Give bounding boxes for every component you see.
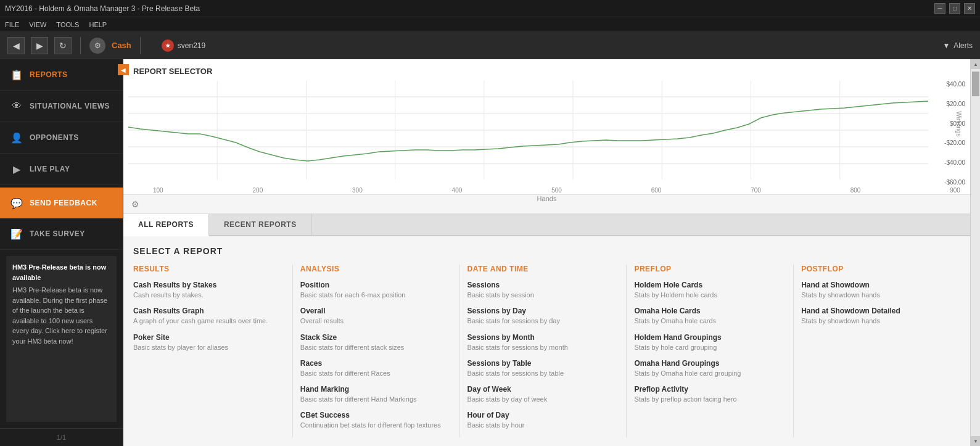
- report-col-analysis: ANALYSIS Position Basic stats for each 6…: [293, 265, 460, 437]
- hand-at-showdown-detailed-title[interactable]: Hand at Showdown Detailed: [801, 307, 953, 315]
- report-hand-at-showdown[interactable]: Hand at Showdown Stats by showdown hands: [801, 281, 953, 299]
- report-cash-results-stakes[interactable]: Cash Results by Stakes Cash results by s…: [133, 281, 285, 299]
- report-col-results: RESULTS Cash Results by Stakes Cash resu…: [133, 265, 293, 437]
- cash-results-stakes-desc: Cash results by stakes.: [133, 291, 285, 299]
- report-position[interactable]: Position Basic stats for each 6-max posi…: [300, 281, 452, 299]
- report-poker-site[interactable]: Poker Site Basic stats by player for ali…: [133, 333, 285, 352]
- menu-view[interactable]: VIEW: [29, 21, 46, 28]
- races-title[interactable]: Races: [300, 359, 452, 368]
- report-stack-size[interactable]: Stack Size Basic stats for different sta…: [300, 333, 452, 352]
- y-axis-title: Winnings: [955, 111, 962, 136]
- holdem-hole-cards-title[interactable]: Holdem Hole Cards: [634, 281, 786, 289]
- sidebar-item-reports[interactable]: 📋 REPORTS: [0, 59, 123, 91]
- refresh-button[interactable]: ↻: [54, 37, 72, 54]
- races-desc: Basic stats for different Races: [300, 369, 452, 378]
- cbet-success-title[interactable]: CBet Success: [300, 411, 452, 419]
- sessions-by-day-title[interactable]: Sessions by Day: [467, 307, 619, 315]
- report-sessions[interactable]: Sessions Basic stats by session: [467, 281, 619, 299]
- scroll-track[interactable]: [971, 69, 980, 436]
- report-columns: RESULTS Cash Results by Stakes Cash resu…: [133, 265, 960, 437]
- omaha-hole-cards-title[interactable]: Omaha Hole Cards: [634, 307, 786, 315]
- tab-recent-reports[interactable]: RECENT REPORTS: [209, 214, 312, 235]
- position-title[interactable]: Position: [300, 281, 452, 289]
- back-button[interactable]: ◀: [7, 37, 25, 54]
- x-label-600: 600: [651, 187, 662, 194]
- sidebar-situational-label: SITUATIONAL VIEWS: [30, 102, 110, 110]
- take-survey-button[interactable]: 📝 TAKE SURVEY: [0, 218, 123, 250]
- site-icon: ⚙: [89, 38, 105, 54]
- menu-help[interactable]: HELP: [89, 21, 107, 28]
- report-tabs: ALL REPORTS RECENT REPORTS: [123, 214, 970, 236]
- toolbar-divider: [80, 37, 81, 54]
- scroll-down-button[interactable]: ▼: [971, 436, 980, 446]
- close-button[interactable]: ✕: [964, 3, 975, 14]
- forward-button[interactable]: ▶: [31, 37, 48, 54]
- preflop-activity-title[interactable]: Preflop Activity: [634, 385, 786, 394]
- live-play-icon: ▶: [10, 162, 23, 176]
- hand-at-showdown-title[interactable]: Hand at Showdown: [801, 281, 953, 289]
- alerts-button[interactable]: ▼ Alerts: [942, 41, 973, 50]
- stack-size-title[interactable]: Stack Size: [300, 333, 452, 342]
- page-info: 1/1: [0, 428, 123, 446]
- report-sessions-by-day[interactable]: Sessions by Day Basic stats for sessions…: [467, 307, 619, 325]
- menu-file[interactable]: FILE: [5, 21, 19, 28]
- report-preflop-activity[interactable]: Preflop Activity Stats by preflop action…: [634, 385, 786, 403]
- notification-panel[interactable]: HM3 Pre-Release beta is now available HM…: [6, 256, 117, 422]
- report-cbet-success[interactable]: CBet Success Continuation bet stats for …: [300, 411, 452, 429]
- player-avatar: ★: [162, 39, 174, 52]
- stack-size-desc: Basic stats for different stack sizes: [300, 343, 452, 352]
- cash-results-graph-title[interactable]: Cash Results Graph: [133, 307, 285, 315]
- x-label-100: 100: [153, 187, 163, 194]
- report-overall[interactable]: Overall Overall results: [300, 307, 452, 325]
- sessions-by-table-title[interactable]: Sessions by Table: [467, 359, 619, 368]
- player-name: sven219: [178, 41, 205, 50]
- report-col-date-time: DATE AND TIME Sessions Basic stats by se…: [460, 265, 627, 437]
- chart-container: $40.00 $20.00 $0.00 -$20.00 -$40.00 -$60…: [128, 81, 965, 186]
- holdem-hand-groupings-title[interactable]: Holdem Hand Groupings: [634, 333, 786, 342]
- report-omaha-hole-cards[interactable]: Omaha Hole Cards Stats by Omaha hole car…: [634, 307, 786, 325]
- menu-bar: FILE VIEW TOOLS HELP: [0, 17, 980, 32]
- minimize-button[interactable]: ─: [934, 3, 945, 14]
- sessions-by-month-title[interactable]: Sessions by Month: [467, 333, 619, 342]
- report-sessions-by-month[interactable]: Sessions by Month Basic stats for sessio…: [467, 333, 619, 352]
- day-of-week-title[interactable]: Day of Week: [467, 385, 619, 394]
- hand-marking-title[interactable]: Hand Marking: [300, 385, 452, 394]
- report-cash-results-graph[interactable]: Cash Results Graph A graph of your cash …: [133, 307, 285, 325]
- sidebar-item-opponents[interactable]: 👤 OPPONENTS: [0, 122, 123, 154]
- sessions-title[interactable]: Sessions: [467, 281, 619, 289]
- position-desc: Basic stats for each 6-max position: [300, 291, 452, 299]
- report-hand-at-showdown-detailed[interactable]: Hand at Showdown Detailed Stats by showd…: [801, 307, 953, 325]
- menu-tools[interactable]: TOOLS: [56, 21, 79, 28]
- x-label-200: 200: [253, 187, 263, 194]
- report-hand-marking[interactable]: Hand Marking Basic stats for different H…: [300, 385, 452, 403]
- main-layout: ◀ 📋 REPORTS 👁 SITUATIONAL VIEWS 👤 OPPONE…: [0, 59, 980, 446]
- omaha-hole-cards-desc: Stats by Omaha hole cards: [634, 316, 786, 325]
- overall-title[interactable]: Overall: [300, 307, 452, 315]
- x-label-700: 700: [751, 187, 761, 194]
- x-label-500: 500: [551, 187, 562, 194]
- report-omaha-hand-groupings[interactable]: Omaha Hand Groupings Stats by Omaha hole…: [634, 359, 786, 378]
- preflop-activity-desc: Stats by preflop action facing hero: [634, 395, 786, 403]
- sidebar-item-live-play[interactable]: ▶ LIVE PLAY: [0, 154, 123, 185]
- sidebar-toggle[interactable]: ◀: [118, 64, 129, 75]
- tab-all-reports[interactable]: ALL REPORTS: [123, 214, 209, 236]
- report-holdem-hole-cards[interactable]: Holdem Hole Cards Stats by Holdem hole c…: [634, 281, 786, 299]
- scroll-thumb[interactable]: [972, 72, 979, 96]
- report-hour-of-day[interactable]: Hour of Day Basic stats by hour: [467, 411, 619, 429]
- report-races[interactable]: Races Basic stats for different Races: [300, 359, 452, 378]
- report-holdem-hand-groupings[interactable]: Holdem Hand Groupings Stats by hole card…: [634, 333, 786, 352]
- report-day-of-week[interactable]: Day of Week Basic stats by day of week: [467, 385, 619, 403]
- toolbar-divider2: [140, 37, 141, 54]
- restore-button[interactable]: □: [949, 3, 960, 14]
- hour-of-day-title[interactable]: Hour of Day: [467, 411, 619, 419]
- poker-site-title[interactable]: Poker Site: [133, 333, 285, 342]
- report-sessions-by-table[interactable]: Sessions by Table Basic stats for sessio…: [467, 359, 619, 378]
- sidebar-item-situational-views[interactable]: 👁 SITUATIONAL VIEWS: [0, 91, 123, 122]
- omaha-hand-groupings-title[interactable]: Omaha Hand Groupings: [634, 359, 786, 368]
- cash-results-stakes-title[interactable]: Cash Results by Stakes: [133, 281, 285, 289]
- scroll-up-button[interactable]: ▲: [971, 59, 980, 69]
- send-feedback-button[interactable]: 💬 SEND FEEDBACK: [0, 188, 123, 218]
- poker-site-desc: Basic stats by player for aliases: [133, 343, 285, 352]
- cash-label[interactable]: Cash: [112, 41, 131, 50]
- situational-views-icon: 👁: [10, 99, 23, 113]
